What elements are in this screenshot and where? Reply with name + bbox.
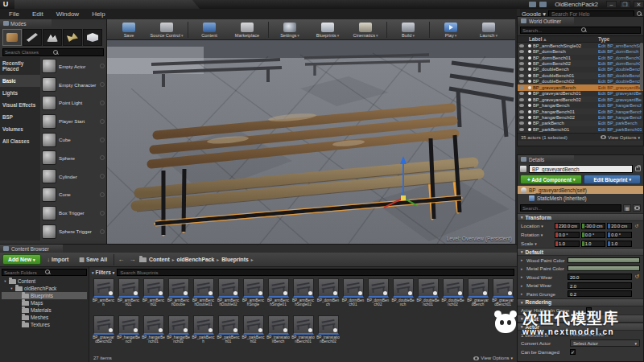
asset-search-input[interactable]: Search Blueprints xyxy=(117,269,514,276)
category-basic[interactable]: Basic xyxy=(0,75,40,87)
paint-mode-icon[interactable] xyxy=(23,29,42,46)
outliner-row-bp-doublebench01[interactable]: BP_doubleBench01Edit BP_doubleBench01 xyxy=(518,72,643,78)
eye-icon[interactable] xyxy=(519,68,524,71)
placement-item-cylinder[interactable]: Cylinder xyxy=(40,167,106,186)
asset-bp-dormbench01[interactable]: BP_dormBench01 xyxy=(341,278,365,315)
outliner-row-bp-dormbench01[interactable]: BP_dormBench01Edit BP_dormBench01 xyxy=(518,55,643,60)
wood-paint-color-swatch[interactable] xyxy=(568,257,640,263)
outliner-row-bp-doublebench02[interactable]: BP_doubleBench02Edit BP_doubleBench02 xyxy=(518,79,643,84)
location-y-field[interactable]: -30.0 cm xyxy=(581,223,606,229)
chevron-right-icon[interactable]: ▸ xyxy=(521,266,524,271)
placement-item-cube[interactable]: Cube xyxy=(40,130,106,149)
section-default[interactable]: ▾Default xyxy=(518,248,643,256)
outliner-row-bp-hangarbench[interactable]: BP_hangarBenchEdit BP_hangarBench xyxy=(518,102,643,108)
edit-blueprint-link[interactable]: Edit BP_dormBench01 xyxy=(598,56,642,60)
asset-bp-doublebench[interactable]: BP_doubleBench xyxy=(391,278,415,315)
toolbar-button-settings[interactable]: Settings▾ xyxy=(271,20,308,39)
asset-bp-armbenchsingle02[interactable]: BP_armBenchSingle02 xyxy=(291,278,315,315)
section-actor[interactable]: ▾Actor xyxy=(518,323,643,331)
folder-textures[interactable]: Textures xyxy=(2,321,87,328)
placement-item-point-light[interactable]: Point Light xyxy=(40,94,106,113)
outliner-row-bp-graveyardbench[interactable]: BP_graveyardBenchEdit BP_graveyardBench xyxy=(518,84,643,90)
back-button[interactable]: ← xyxy=(117,255,126,264)
scale-x-field[interactable]: 1.0 xyxy=(555,241,580,247)
chevron-right-icon[interactable]: ▸ xyxy=(521,257,524,262)
chevron-down-icon[interactable]: ▾ xyxy=(3,279,7,283)
crumb-oldbenchpack[interactable]: oldBenchPack xyxy=(177,257,215,262)
placement-item-player-start[interactable]: Player Start xyxy=(40,112,106,130)
crumb-blueprints[interactable]: Blueprints xyxy=(221,257,249,262)
scale-y-field[interactable]: 1.0 xyxy=(581,241,606,247)
convert-actor-dropdown[interactable]: Select Actor▾ xyxy=(570,339,640,347)
chevron-right-icon[interactable]: ▸ xyxy=(521,274,524,279)
chevron-right-icon[interactable]: ▸ xyxy=(521,283,524,288)
eye-icon[interactable] xyxy=(519,44,524,47)
outliner-row-bp-dormbench02[interactable]: BP_dormBench02Edit BP_dormBench02 xyxy=(518,60,643,66)
viewport[interactable]: Level: Overview (Persistent) xyxy=(107,40,515,244)
revert-icon[interactable]: ↺ xyxy=(634,274,640,280)
category-lights[interactable]: Lights xyxy=(0,87,40,99)
folder-oldbenchpack[interactable]: ▾oldBenchPack xyxy=(2,285,87,292)
transform-label[interactable]: Scale ▾ xyxy=(521,241,553,246)
location-x-field[interactable]: 230.0 cm xyxy=(555,223,580,229)
outliner-row-bp-hangarbench02[interactable]: BP_hangarBench02Edit BP_hangarBench02 xyxy=(518,114,643,120)
component-bp-graveyardbench-self-[interactable]: BP_graveyardBench(self) xyxy=(518,186,643,194)
add-new-button[interactable]: Add New▾ xyxy=(2,254,41,265)
can-be-damaged-checkbox[interactable]: ✓ xyxy=(570,349,576,355)
column-label[interactable]: Label ▴ xyxy=(529,36,598,42)
asset-bp-trainstationbench01[interactable]: BP_trainstationBench01 xyxy=(291,315,315,352)
asset-bp-dormbench[interactable]: BP_dormBench xyxy=(316,278,340,315)
edit-blueprint-link[interactable]: Edit BP_graveyardBench01 xyxy=(598,91,642,96)
lock-icon[interactable] xyxy=(635,167,641,171)
paint-grunge-field[interactable]: 0.2 xyxy=(568,290,632,297)
eye-icon[interactable] xyxy=(519,74,524,77)
outliner-row-bp-doublebench[interactable]: BP_doubleBenchEdit BP_doubleBench xyxy=(518,67,643,72)
chevron-down-icon[interactable]: ▾ xyxy=(10,286,14,290)
geometry-mode-icon[interactable] xyxy=(83,29,102,46)
chevron-right-icon[interactable]: ▸ xyxy=(521,291,524,296)
outliner-row-bp-graveyardbench02[interactable]: BP_graveyardBench02Edit BP_graveyardBenc… xyxy=(518,97,643,102)
details-view-button[interactable] xyxy=(633,204,641,212)
section-input[interactable]: ▾Input xyxy=(518,315,643,323)
filters-button[interactable]: ▾Filters▾ xyxy=(92,269,114,275)
asset-bp-doublebench02[interactable]: BP_doubleBench02 xyxy=(441,278,464,315)
revert-icon[interactable]: ↺ xyxy=(634,223,640,228)
outliner-row-bp-parkbench[interactable]: BP_parkBenchEdit BP_parkBench xyxy=(518,121,643,126)
eye-icon[interactable] xyxy=(519,62,524,65)
asset-bp-trainstationbench02[interactable]: BP_trainstationBench02 xyxy=(316,315,340,352)
world-outliner-tab[interactable]: World Outliner xyxy=(518,17,574,25)
flag-icon[interactable] xyxy=(539,2,547,7)
metal-paint-color-swatch[interactable] xyxy=(568,265,640,271)
transform-label[interactable]: Location ▾ xyxy=(521,223,553,228)
outliner-view-options[interactable]: View Options ▾ xyxy=(601,135,640,140)
outliner-row-bp-graveyardbench01[interactable]: BP_graveyardBench01Edit BP_graveyardBenc… xyxy=(518,91,643,97)
asset-bp-armbench02[interactable]: BP_armBench02 xyxy=(142,278,165,315)
category-visual-effects[interactable]: Visual Effects xyxy=(0,99,40,111)
foliage-mode-icon[interactable] xyxy=(63,29,82,46)
add-component-button[interactable]: + Add Component▾ xyxy=(520,175,582,184)
edit-blueprint-link[interactable]: Edit BP_parkBench01 xyxy=(598,127,642,132)
menu-help[interactable]: Help xyxy=(86,10,110,18)
eye-icon[interactable] xyxy=(519,121,524,125)
eye-icon[interactable] xyxy=(519,86,524,89)
rotation-y-field[interactable]: 0.0 ° xyxy=(581,232,606,238)
details-search-input[interactable]: Search... xyxy=(520,204,621,212)
placement-item-empty-actor[interactable]: Empty Actor xyxy=(40,57,106,76)
outliner-row-bp-hangarbench01[interactable]: BP_hangarBench01Edit BP_hangarBench01 xyxy=(518,109,643,114)
rotation-x-field[interactable]: 0.0 ° xyxy=(555,232,580,238)
eye-icon[interactable] xyxy=(519,128,524,131)
import-button[interactable]: ↓Import xyxy=(43,257,73,262)
placement-item-cone[interactable]: Cone xyxy=(40,186,106,204)
asset-bp-parkbench[interactable]: BP_parkBench xyxy=(192,315,215,352)
asset-bp-armbenchdouble[interactable]: BP_armBenchDouble xyxy=(167,278,190,315)
placement-item-sphere-trigger[interactable]: Sphere Trigger xyxy=(40,222,106,241)
folder-blueprints[interactable]: Blueprints xyxy=(2,292,87,299)
asset-bp-armbenchdouble01[interactable]: BP_armBenchDouble01 xyxy=(192,278,215,315)
asset-bp-trainstationbench[interactable]: BP_trainstationBench xyxy=(266,315,290,352)
minimize-button[interactable]: – xyxy=(606,1,617,8)
placement-item-empty-character[interactable]: Empty Character xyxy=(40,76,106,94)
edit-blueprint-button[interactable]: Edit Blueprint▾ xyxy=(584,175,641,184)
folder-maps[interactable]: Maps xyxy=(2,299,87,306)
asset-bp-dormbench02[interactable]: BP_dormBench02 xyxy=(366,278,390,315)
eye-icon[interactable] xyxy=(519,98,524,101)
